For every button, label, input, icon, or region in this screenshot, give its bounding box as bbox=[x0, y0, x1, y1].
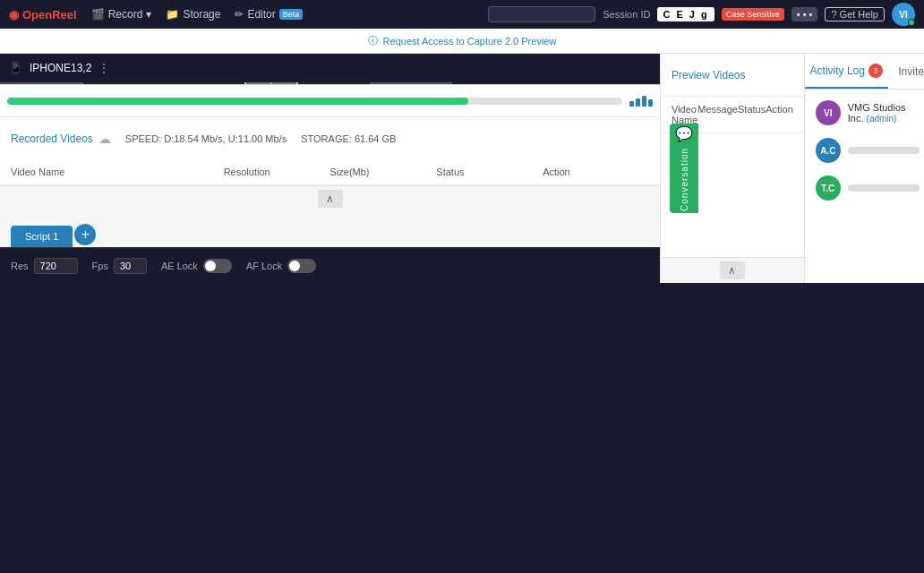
user-item-2: A.C bbox=[812, 134, 924, 167]
res-label: Res bbox=[11, 261, 29, 271]
editor-icon: ✏ bbox=[235, 8, 244, 21]
col-resolution: Resolution bbox=[224, 167, 330, 177]
bottom-info-bar: Recorded Videos ☁ SPEED: D:18.54 Mb/s, U… bbox=[0, 116, 660, 159]
signal-bar-3 bbox=[642, 96, 646, 107]
user-item-3: T.C bbox=[812, 172, 924, 204]
main-video-feed: 82% ▮▮ 👁 ↺ Front Camera bbox=[0, 82, 452, 84]
preview-panel-header: Preview Videos bbox=[661, 54, 804, 97]
access-banner[interactable]: ⓘ Request Access to Capture 2.0 Preview bbox=[0, 29, 924, 54]
fps-control: Fps 30 24 60 bbox=[92, 258, 147, 274]
activity-log-badge: 3 bbox=[868, 64, 883, 78]
tab-invited-users[interactable]: Invited Users bbox=[888, 54, 924, 89]
conversation-button-wrapper: 💬 Conversation bbox=[670, 124, 698, 213]
upload-icon[interactable]: ☁ bbox=[98, 132, 111, 146]
info-icon: ⓘ bbox=[368, 34, 378, 47]
scroll-controls: ∧ bbox=[0, 185, 660, 211]
user-avatar-2: A.C bbox=[816, 138, 841, 163]
speed-label: SPEED: D:18.54 Mb/s, U:11.00 Mb/s bbox=[125, 133, 287, 144]
nav-record[interactable]: 🎬 Record ▾ bbox=[91, 8, 152, 21]
top-navigation: ◉ OpenReel 🎬 Record ▾ 📁 Storage ✏ Editor… bbox=[0, 0, 924, 29]
recorded-videos-label: Recorded Videos bbox=[11, 133, 93, 145]
preview-col-video-name: Video Name bbox=[672, 104, 697, 125]
preview-col-status: Status bbox=[738, 104, 766, 125]
col-video-name: Video Name bbox=[11, 167, 224, 177]
preview-scroll-up-button[interactable]: ∧ bbox=[720, 261, 745, 279]
device-icon: 📱 bbox=[9, 62, 22, 74]
user-role-1: (admin) bbox=[867, 114, 897, 124]
user-info-3 bbox=[848, 183, 920, 193]
user-list: VI VMG Studios Inc. (admin) A.C bbox=[805, 90, 924, 211]
fps-label: Fps bbox=[92, 261, 108, 271]
app-name: OpenReel bbox=[22, 8, 77, 21]
script-tabs-bar: Script 1 + bbox=[0, 211, 660, 247]
user-name-1: VMG Studios Inc. (admin) bbox=[848, 102, 920, 124]
session-input[interactable] bbox=[488, 6, 595, 22]
script-tab-1[interactable]: Script 1 bbox=[11, 226, 73, 247]
af-lock-label: AF Lock bbox=[246, 261, 282, 271]
user-name-blurred-2 bbox=[848, 147, 920, 154]
progress-bar-fill bbox=[7, 98, 468, 105]
preview-videos-label: Preview Videos bbox=[672, 69, 746, 81]
col-action: Action bbox=[543, 167, 649, 177]
fps-select[interactable]: 30 24 60 bbox=[114, 258, 147, 274]
signal-bar-2 bbox=[636, 98, 640, 107]
col-size: Size(Mb) bbox=[330, 167, 437, 177]
device-name: IPHONE13,2 bbox=[30, 62, 91, 74]
chevron-down-icon: ▾ bbox=[146, 8, 151, 21]
user-avatar[interactable]: VI bbox=[892, 3, 915, 26]
progress-area bbox=[0, 84, 660, 116]
session-area: Session ID C E J g Case Sensitive • • • … bbox=[488, 3, 915, 26]
scroll-up-button[interactable]: ∧ bbox=[318, 190, 343, 208]
logo-icon: ◉ bbox=[9, 8, 19, 21]
ae-lock-toggle[interactable] bbox=[203, 259, 232, 273]
case-sensitive-badge: Case Sensitive bbox=[722, 8, 784, 21]
conversation-label: Conversation bbox=[680, 148, 689, 211]
session-id-value: C E J g bbox=[657, 7, 714, 21]
col-status: Status bbox=[436, 167, 543, 177]
ae-lock-label: AE Lock bbox=[161, 261, 198, 271]
device-menu-icon[interactable]: ⋮ bbox=[98, 62, 109, 74]
right-panel: Activity Log 3 Invited Users VI VMG Stud… bbox=[804, 54, 924, 283]
tab-activity-log[interactable]: Activity Log 3 bbox=[805, 54, 888, 89]
main-video: 82% ▮▮ 👁 ↺ Front Camera bbox=[0, 82, 452, 84]
app-logo[interactable]: ◉ OpenReel bbox=[9, 8, 77, 21]
beta-badge: Beta bbox=[279, 9, 304, 20]
user-avatar-3: T.C bbox=[816, 175, 841, 201]
user-initials-2: A.C bbox=[820, 146, 835, 156]
af-lock-toggle[interactable] bbox=[287, 259, 316, 273]
storage-label: STORAGE: 61.64 GB bbox=[301, 133, 396, 144]
user-item-1: VI VMG Studios Inc. (admin) bbox=[812, 97, 924, 129]
more-options-button[interactable]: • • • bbox=[791, 7, 818, 21]
recorded-videos-section: Recorded Videos ☁ bbox=[11, 132, 111, 146]
video-person-body bbox=[83, 82, 370, 84]
user-info-2 bbox=[848, 145, 920, 156]
main-content: 📱 IPHONE13,2 ⋮ bbox=[0, 54, 924, 283]
preview-scroll-controls: ∧ bbox=[661, 257, 804, 283]
access-banner-label: Request Access to Capture 2.0 Preview bbox=[383, 36, 557, 47]
invited-users-label: Invited Users bbox=[898, 65, 924, 78]
nav-editor[interactable]: ✏ Editor Beta bbox=[235, 8, 303, 21]
user-name-blurred-3 bbox=[848, 184, 920, 192]
device-bar: 📱 IPHONE13,2 ⋮ bbox=[0, 54, 660, 82]
online-status-dot bbox=[908, 19, 915, 26]
af-lock-control: AF Lock bbox=[246, 259, 316, 273]
activity-log-label: Activity Log bbox=[810, 64, 865, 77]
user-info-1: VMG Studios Inc. (admin) bbox=[848, 102, 920, 124]
signal-bar-1 bbox=[629, 101, 634, 107]
preview-col-message: Message bbox=[697, 104, 738, 125]
nav-storage[interactable]: 📁 Storage bbox=[166, 8, 220, 21]
help-button[interactable]: ? Get Help bbox=[825, 7, 885, 21]
add-script-button[interactable]: + bbox=[74, 224, 96, 245]
right-panel-tabs: Activity Log 3 Invited Users bbox=[805, 54, 924, 90]
progress-bar bbox=[7, 98, 622, 105]
resolution-select[interactable]: 720 1080 4K bbox=[34, 258, 78, 274]
user-avatar-1: VI bbox=[816, 100, 841, 125]
right-panel-body bbox=[805, 211, 924, 283]
ae-lock-control: AE Lock bbox=[161, 259, 232, 273]
conversation-button[interactable]: 💬 Conversation bbox=[670, 124, 698, 213]
script-tab-1-label: Script 1 bbox=[25, 231, 58, 242]
preview-col-action: Action bbox=[766, 104, 793, 125]
storage-icon: 📁 bbox=[166, 8, 179, 21]
record-icon: 🎬 bbox=[91, 8, 105, 21]
chat-icon: 💬 bbox=[675, 125, 693, 142]
